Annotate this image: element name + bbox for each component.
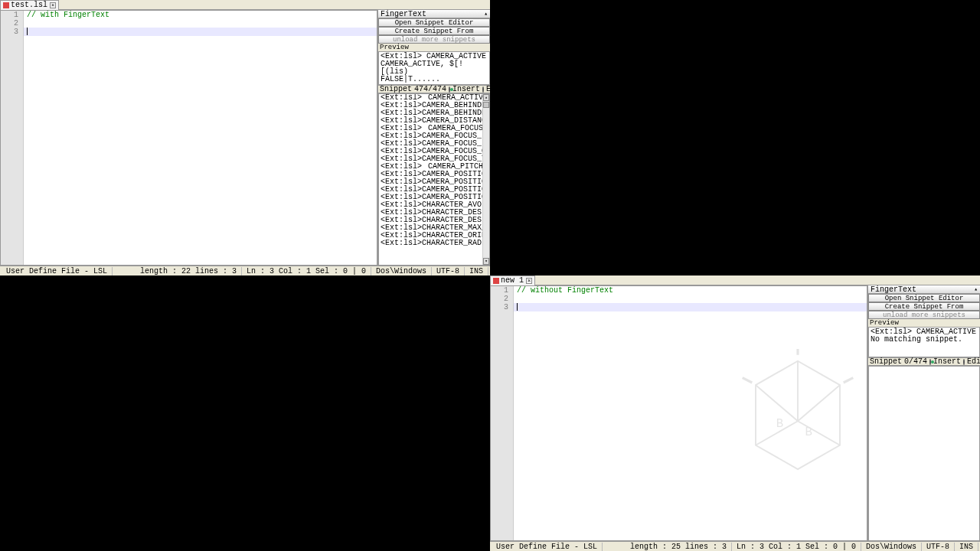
snippet-item[interactable]: <Ext:lsl>CHARACTER_RADIU (379, 240, 489, 247)
main-area: 1 2 3 // without FingerText BB FingerTex… (490, 285, 980, 541)
edit-mode-label: Edit (967, 357, 980, 366)
text-cursor (27, 28, 28, 35)
status-position: Ln : 3 Col : 1 Sel : 0 | 0 (242, 267, 371, 276)
download-snippets-button: unload more snippets (coming soo (378, 35, 490, 44)
main-area: 1 2 3 // with FingerText FingerText ▴ Op… (0, 10, 490, 266)
insert-radio[interactable] (929, 359, 931, 365)
scrollbar[interactable]: ▴ ▾ (482, 94, 489, 265)
insert-radio[interactable] (449, 86, 450, 93)
preview-box: <Ext:lsl> CAMERA_ACTIVE CAMERA_ACTIVE, $… (378, 51, 490, 85)
snippet-list[interactable] (868, 366, 980, 541)
snippet-label: Snippet (870, 357, 902, 366)
watermark-icon: BB (737, 349, 859, 517)
tab-bar: new 1 × (490, 276, 980, 285)
status-position: Ln : 3 Col : 1 Sel : 0 | 0 (732, 543, 861, 551)
line-gutter: 1 2 3 (1, 11, 24, 265)
code-area[interactable]: // without FingerText BB (514, 286, 867, 540)
tab-label: new 1 (501, 276, 524, 285)
scroll-down-icon[interactable]: ▾ (483, 258, 489, 265)
open-snippet-editor-button[interactable]: Open Snippet Editor (868, 294, 980, 302)
snippet-header: Snippet 0/474 Insert Edit (868, 357, 980, 366)
panel-title: FingerText (381, 10, 426, 18)
open-snippet-editor-button[interactable]: Open Snippet Editor (378, 18, 490, 27)
status-length: length : 25 lines : 3 (626, 543, 732, 551)
line-gutter: 1 2 3 (491, 286, 514, 540)
status-bar: User Define File - LSL length : 22 lines… (0, 266, 490, 276)
preview-box: <Ext:lsl> CAMERA_ACTIVE No matching snip… (868, 327, 980, 357)
editor-pane[interactable]: 1 2 3 // with FingerText (0, 10, 377, 266)
svg-text:B: B (805, 425, 812, 439)
status-length: length : 22 lines : 3 (136, 267, 242, 276)
fingertext-panel: FingerText ▴ Open Snippet Editor Create … (867, 285, 980, 541)
editor-window-1: test.lsl × 1 2 3 // with FingerText Fing… (0, 0, 490, 276)
code-comment: // without FingerText (517, 286, 613, 295)
panel-title: FingerText (871, 285, 916, 293)
preview-label: Preview (378, 44, 490, 51)
status-eol: Dos\Windows (861, 543, 922, 551)
file-icon (493, 278, 499, 284)
text-cursor (517, 303, 518, 311)
file-tab[interactable]: test.lsl × (0, 0, 59, 10)
panel-title-bar: FingerText ▴ (378, 10, 490, 18)
svg-text:B: B (776, 417, 783, 431)
panel-title-bar: FingerText ▴ (868, 285, 980, 294)
edit-mode-label: Edit (486, 85, 490, 93)
scroll-thumb[interactable] (483, 102, 489, 108)
snippet-count: 0/474 (904, 357, 927, 366)
insert-mode-label: Insert (933, 357, 961, 366)
edit-radio[interactable] (482, 86, 484, 93)
tab-label: test.lsl (11, 1, 47, 9)
editor-pane[interactable]: 1 2 3 // without FingerText BB (490, 285, 867, 541)
snippet-list[interactable]: <Ext:lsl>CAMERA_ACTIVE<Ext:lsl>CAMERA_BE… (378, 93, 490, 266)
snippet-count: 474/474 (414, 85, 446, 93)
status-encoding: UTF-8 (432, 267, 465, 276)
status-eol: Dos\Windows (371, 267, 432, 276)
editor-window-2: new 1 × 1 2 3 // without FingerText BB F… (490, 276, 980, 551)
close-icon[interactable]: × (50, 2, 56, 8)
panel-close-icon[interactable]: ▴ (484, 10, 488, 18)
create-snippet-button[interactable]: Create Snippet From Selection (868, 302, 980, 311)
status-mode: INS (955, 543, 978, 551)
create-snippet-button[interactable]: Create Snippet From Selection (378, 27, 490, 35)
status-bar: User Define File - LSL length : 25 lines… (490, 541, 980, 551)
file-icon (3, 2, 9, 8)
fingertext-panel: FingerText ▴ Open Snippet Editor Create … (377, 10, 490, 266)
download-snippets-button: unload more snippets (coming soo (868, 311, 980, 319)
code-comment: // with FingerText (27, 11, 109, 19)
code-area[interactable]: // with FingerText (24, 11, 377, 265)
status-encoding: UTF-8 (922, 543, 955, 551)
tab-bar: test.lsl × (0, 0, 490, 10)
edit-radio[interactable] (963, 359, 965, 365)
status-filetype: User Define File - LSL (2, 267, 113, 276)
status-filetype: User Define File - LSL (492, 543, 603, 551)
snippet-label: Snippet (380, 85, 412, 93)
file-tab[interactable]: new 1 × (490, 276, 535, 285)
panel-close-icon[interactable]: ▴ (974, 285, 978, 293)
status-mode: INS (465, 267, 488, 276)
preview-label: Preview (868, 319, 980, 327)
snippet-header: Snippet 474/474 Insert Edit (378, 85, 490, 93)
close-icon[interactable]: × (526, 278, 532, 284)
scroll-up-icon[interactable]: ▴ (483, 94, 489, 101)
insert-mode-label: Insert (452, 85, 480, 93)
